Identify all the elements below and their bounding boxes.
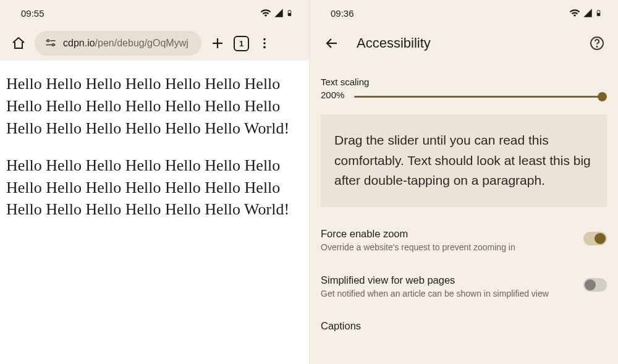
address-bar[interactable]: cdpn.io/pen/debug/gOqMywj [35,31,201,56]
status-bar-right: 09:36 [310,0,618,26]
svg-point-3 [53,44,54,46]
status-bar-left: 09:55 [0,0,309,26]
back-icon[interactable] [324,36,339,51]
browser-toolbar: cdpn.io/pen/debug/gOqMywj 1 [0,26,309,61]
force-zoom-title: Force enable zoom [321,228,574,240]
captions-row[interactable]: Captions [321,320,607,332]
right-pane-settings: 09:36 Accessibility Text scaling 200% Dr… [309,0,618,364]
webpage-content: Hello Hello Hello Hello Hello Hello Hell… [0,61,309,364]
paragraph-2: Hello Hello Hello Hello Hello Hello Hell… [6,154,303,221]
status-icons [569,7,602,19]
text-scaling-preview: Drag the slider until you can read this … [321,114,607,207]
slider-thumb[interactable] [598,92,607,101]
settings-body: Text scaling 200% Drag the slider until … [310,77,618,332]
status-icons [260,7,293,19]
tabs-button[interactable]: 1 [234,36,249,51]
simplified-view-row[interactable]: Simplified view for web pages Get notifi… [321,274,607,300]
svg-point-0 [47,40,49,41]
force-zoom-subtitle: Override a website's request to prevent … [321,242,574,253]
svg-point-9 [263,42,266,44]
wifi-icon [260,7,271,19]
url-domain: cdpn.io [63,38,95,48]
text-scaling-label: Text scaling [321,77,607,87]
text-scaling-value: 200% [321,90,344,100]
simplified-view-subtitle: Get notified when an article can be show… [321,288,574,300]
force-zoom-row[interactable]: Force enable zoom Override a website's r… [321,228,607,253]
new-tab-icon[interactable] [210,36,225,51]
status-time: 09:55 [21,8,44,19]
overflow-menu-icon[interactable] [258,36,271,50]
paragraph-1: Hello Hello Hello Hello Hello Hello Hell… [6,73,303,140]
svg-point-8 [263,38,266,41]
signal-icon [583,8,593,18]
left-pane-browser: 09:55 cdpn.io/pen/debug/gOqMywj 1 Hello … [0,0,309,364]
text-scaling-slider[interactable] [354,91,607,102]
toggle-knob [585,279,596,290]
status-time: 09:36 [331,8,354,19]
url-text: cdpn.io/pen/debug/gOqMywj [63,38,188,49]
battery-icon [595,7,602,19]
settings-header: Accessibility [310,26,618,61]
svg-point-13 [596,46,597,47]
slider-track [354,96,603,98]
help-icon[interactable] [590,36,604,51]
url-path: /pen/debug/gOqMywj [95,38,188,48]
signal-icon [274,8,284,18]
toggle-knob [595,233,606,244]
wifi-icon [569,7,580,19]
svg-point-10 [263,46,266,49]
page-title: Accessibility [357,35,431,51]
simplified-view-title: Simplified view for web pages [321,274,574,286]
force-zoom-toggle[interactable] [583,232,607,245]
simplified-view-toggle[interactable] [583,278,607,292]
home-icon[interactable] [11,36,26,51]
site-settings-icon [44,37,57,49]
battery-icon [286,7,293,19]
tabs-count: 1 [239,39,243,48]
